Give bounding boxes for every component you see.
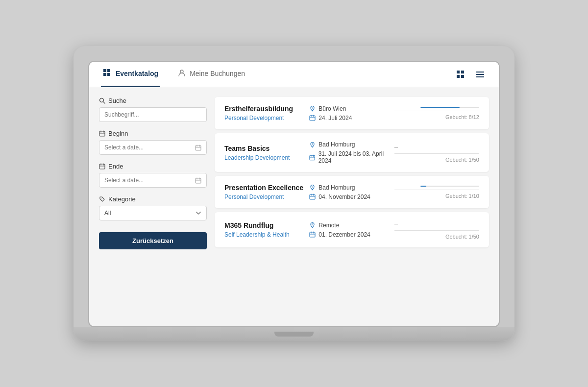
event-col-mid: Remote 01. Dezember 2024 [309, 222, 394, 238]
category-select[interactable]: All [99, 206, 207, 220]
nav-bar: Eventkatalog Meine Buchungen [89, 62, 499, 87]
svg-rect-9 [476, 72, 484, 73]
search-input[interactable] [104, 111, 201, 118]
event-dash: – [394, 143, 398, 150]
sidebar: Suche [99, 97, 207, 316]
event-booked: Gebucht: 1/50 [445, 157, 479, 163]
end-date-input-wrapper[interactable] [99, 173, 207, 188]
location-icon [309, 105, 316, 112]
svg-rect-42 [310, 194, 315, 199]
svg-rect-7 [461, 71, 464, 73]
event-booked: Gebucht: 8/12 [445, 114, 479, 120]
event-category: Self Leadership & Health [224, 231, 309, 238]
svg-point-12 [100, 98, 104, 102]
event-col-left: M365 Rundflug Self Leadership & Health [224, 221, 309, 238]
event-card[interactable]: Ersthelferausbildung Personal Developmen… [215, 97, 489, 129]
tab-catalog[interactable]: Eventkatalog [101, 62, 160, 87]
svg-rect-18 [196, 145, 201, 150]
svg-rect-32 [310, 116, 315, 121]
svg-point-36 [312, 143, 313, 144]
view-toggles [454, 68, 487, 81]
event-date: 31. Juli 2024 bis 03. April 2024 [309, 150, 394, 164]
category-value: All [104, 210, 111, 217]
event-location: Bad Homburg [309, 184, 394, 191]
event-divider [394, 230, 479, 231]
event-date: 01. Dezember 2024 [309, 231, 394, 238]
tab-bookings[interactable]: Meine Buchungen [176, 62, 247, 87]
event-col-mid: Bad Homburg 04. November 2024 [309, 184, 394, 200]
grid-view-button[interactable] [454, 68, 467, 81]
event-title: Ersthelferausbildung [224, 105, 309, 113]
location-icon [309, 184, 316, 191]
event-divider [394, 111, 479, 111]
search-label: Suche [99, 97, 207, 104]
event-col-right: Gebucht: 8/12 [394, 107, 479, 120]
calendar-event-icon [309, 231, 316, 238]
search-input-wrapper[interactable] [99, 107, 207, 122]
event-location: Remote [309, 222, 394, 229]
svg-point-4 [180, 70, 183, 73]
search-section: Suche [99, 97, 207, 122]
event-card[interactable]: Teams Basics Leadership Development Bad … [215, 133, 489, 172]
event-col-right: – Gebucht: 1/50 [394, 143, 479, 163]
event-divider [394, 190, 479, 190]
event-list: Ersthelferausbildung Personal Developmen… [215, 97, 489, 316]
event-category: Personal Development [224, 194, 309, 200]
event-col-mid: Büro Wien 24. Juli 2024 [309, 105, 394, 121]
event-location: Büro Wien [309, 105, 394, 112]
svg-rect-22 [99, 164, 105, 169]
calendar-end-icon [195, 177, 201, 184]
chevron-down-icon [196, 210, 201, 216]
event-booked: Gebucht: 1/10 [445, 193, 479, 199]
end-label: Ende [99, 163, 207, 170]
list-view-button[interactable] [473, 68, 487, 81]
svg-point-46 [312, 224, 313, 225]
begin-label: Beginn [99, 130, 207, 137]
grid-app-icon [103, 69, 112, 79]
begin-date-input[interactable] [104, 144, 192, 151]
event-card[interactable]: Presentation Excellence Personal Develop… [215, 176, 489, 208]
person-icon [178, 69, 186, 78]
begin-date-input-wrapper[interactable] [99, 140, 207, 155]
svg-rect-26 [196, 178, 201, 183]
svg-rect-2 [107, 69, 110, 72]
event-card[interactable]: M365 Rundflug Self Leadership & Health R… [215, 212, 489, 247]
nav-tabs: Eventkatalog Meine Buchungen [101, 62, 247, 87]
category-label: Kategorie [99, 195, 207, 203]
event-col-left: Ersthelferausbildung Personal Developmen… [224, 105, 309, 121]
event-date: 24. Juli 2024 [309, 115, 394, 121]
end-section: Ende [99, 163, 207, 188]
svg-rect-1 [103, 73, 106, 76]
calendar-event-icon [309, 194, 316, 200]
progress-bar [420, 186, 479, 187]
event-divider [394, 153, 479, 154]
event-category: Leadership Development [224, 154, 309, 161]
svg-rect-8 [461, 75, 464, 78]
laptop-notch [274, 332, 314, 337]
svg-rect-47 [310, 232, 315, 237]
category-section: Kategorie All [99, 195, 207, 220]
svg-rect-0 [103, 69, 106, 72]
event-col-left: Teams Basics Leadership Development [224, 145, 309, 161]
event-col-right: Gebucht: 1/10 [394, 186, 479, 199]
main-content: Suche [89, 87, 499, 326]
progress-bar [420, 107, 479, 108]
reset-button[interactable]: Zurücksetzen [99, 232, 207, 249]
event-booked: Gebucht: 1/50 [445, 234, 479, 240]
event-title: Teams Basics [224, 145, 309, 152]
svg-point-30 [101, 198, 102, 199]
event-dash: – [394, 220, 398, 227]
tab-bookings-label: Meine Buchungen [190, 70, 245, 77]
tag-icon [99, 196, 105, 202]
end-date-input[interactable] [104, 177, 192, 184]
svg-rect-3 [107, 73, 110, 76]
event-col-right: – Gebucht: 1/50 [394, 220, 479, 240]
svg-rect-5 [457, 71, 460, 73]
event-title: M365 Rundflug [224, 221, 309, 229]
tab-catalog-label: Eventkatalog [116, 70, 158, 77]
svg-rect-11 [476, 76, 484, 77]
svg-rect-14 [99, 131, 105, 136]
svg-point-41 [312, 186, 313, 187]
location-icon [309, 222, 316, 228]
event-col-left: Presentation Excellence Personal Develop… [224, 184, 309, 200]
